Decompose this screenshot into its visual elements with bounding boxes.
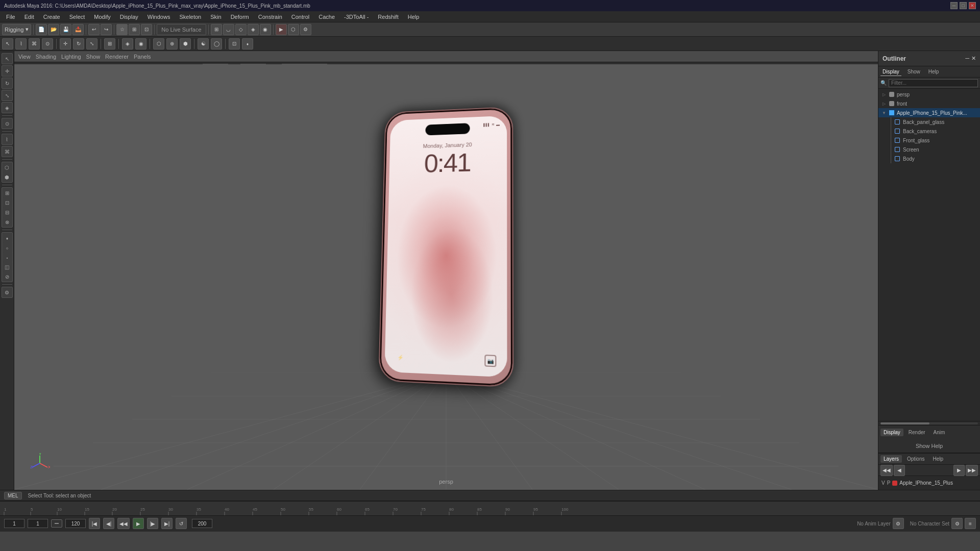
transform-tool-button[interactable]: ⊞ [104,38,115,49]
move-tool-button[interactable]: ✛ [60,38,71,49]
live-surface-button[interactable]: No Live Surface [157,24,206,35]
timeline-checkbox[interactable] [51,519,62,528]
show-manip-lt-button[interactable]: ◈ [2,102,13,113]
move-lt-button[interactable]: ✛ [2,65,13,77]
tree-item-persp[interactable]: ▷ persp [878,90,980,99]
layer-nav-next-button[interactable]: ▶ [953,465,965,476]
vp-menu-view[interactable]: View [16,54,33,60]
menu-file[interactable]: File [2,13,19,21]
select-tool-button[interactable]: ↖ [2,38,13,49]
vp-menu-renderer[interactable]: Renderer [103,54,131,60]
timeline-start-input[interactable] [4,519,24,528]
tree-item-front[interactable]: ▷ front [878,99,980,108]
mel-language-button[interactable]: MEL [4,492,22,499]
rotate-lt-button[interactable]: ↻ [2,78,13,89]
loop-button[interactable]: ↺ [176,518,187,529]
menu-constrain[interactable]: Constrain [254,13,286,21]
menu-skin[interactable]: Skin [206,13,225,21]
char-set-settings-button[interactable]: ⚙ [951,518,963,529]
ob-tab-anim[interactable]: Anim [930,429,948,436]
menu-windows[interactable]: Windows [143,13,175,21]
char-set-options-button[interactable]: ≡ [965,518,976,529]
viewport[interactable]: View Shading Lighting Show Renderer Pane… [14,51,878,490]
select-comp-button[interactable]: ⊡ [141,24,152,35]
tree-item-apple-group[interactable]: ▼ Apple_IPhone_15_Plus_Pink... [878,108,980,117]
menu-modify[interactable]: Modify [90,13,114,21]
menu-skeleton[interactable]: Skeleton [175,13,205,21]
snap-point-button[interactable]: ◇ [235,24,247,35]
cluster-button[interactable]: ⬡ [153,38,164,49]
timeline-range-end-input[interactable] [192,519,212,528]
tree-item-front-glass[interactable]: Front_glass [878,136,980,145]
close-button[interactable]: ✕ [969,2,976,9]
menu-edit[interactable]: Edit [20,13,38,21]
subtab-options[interactable]: Options [904,455,927,463]
manip-pivot-button[interactable]: ◈ [122,38,133,49]
lt-grp3-btn1[interactable]: ⬧ [3,233,12,242]
select-hier-button[interactable]: ⊞ [129,24,140,35]
jump-start-button[interactable]: |◀ [89,518,100,529]
new-file-button[interactable]: 📄 [36,24,47,35]
jump-end-button[interactable]: ▶| [161,518,173,529]
lt-grp3-btn2[interactable]: ⬦ [3,243,12,252]
save-file-button[interactable]: 💾 [60,24,71,35]
snap-curve-button[interactable]: ◡ [223,24,234,35]
lasso-tool-button[interactable]: ⌇ [15,38,27,49]
tree-item-back-cameras[interactable]: Back_cameras [878,127,980,136]
anim-layer-settings-button[interactable]: ⚙ [893,518,904,529]
outliner-close-button[interactable]: ✕ [971,55,976,62]
lt-grp3-btn4[interactable]: ◫ [3,262,12,271]
scale-lt-button[interactable]: ⤡ [2,90,13,101]
menu-display[interactable]: Display [116,13,142,21]
step-back-button[interactable]: ◀| [103,518,114,529]
snap-surface-button[interactable]: ◉ [260,24,271,35]
outliner-hscroll[interactable] [878,421,980,425]
outliner-search-input[interactable] [889,79,978,87]
tree-item-screen[interactable]: Screen [878,145,980,154]
outliner-tab-display[interactable]: Display [880,68,901,76]
vp-menu-show[interactable]: Show [84,54,103,60]
open-file-button[interactable]: 📂 [48,24,59,35]
lt-grp2-btn2[interactable]: ⊡ [3,198,12,207]
ipr-button[interactable]: ⬡ [288,24,299,35]
menu-cache[interactable]: Cache [314,13,339,21]
undo-button[interactable]: ↩ [88,24,100,35]
step-forward-button[interactable]: |▶ [147,518,158,529]
paint-lt-button[interactable]: ⌘ [2,146,13,157]
menu-control[interactable]: Control [287,13,313,21]
tree-item-back-panel[interactable]: Back_panel_glass [878,117,980,127]
play-forward-button[interactable]: ▶ [133,518,144,529]
tree-item-body[interactable]: Body [878,154,980,163]
menu-3dtool[interactable]: -3DToAll - [340,13,373,21]
ob-tab-display[interactable]: Display [880,429,903,436]
soft-mod-button[interactable]: ◉ [135,38,146,49]
rotate-tool-button[interactable]: ↻ [73,38,84,49]
timeline-end-input[interactable] [65,519,86,528]
menu-redshift[interactable]: Redshift [374,13,402,21]
soft-sel-lt-button[interactable]: ⊙ [2,118,13,129]
ik-handle-button[interactable]: ⬢ [180,38,191,49]
outliner-minimize-button[interactable]: ─ [965,55,969,62]
lt-grp2-btn1[interactable]: ⊞ [3,188,12,197]
lt-group-btn2[interactable]: ⬢ [3,172,12,182]
menu-help[interactable]: Help [404,13,424,21]
expand-persp[interactable]: ▷ [881,92,887,97]
expand-front[interactable]: ▷ [881,101,887,106]
save-as-button[interactable]: 📥 [72,24,84,35]
menu-deform[interactable]: Deform [227,13,253,21]
vp-menu-panels[interactable]: Panels [132,54,153,60]
expand-apple-group[interactable]: ▼ [881,110,887,115]
subtab-help[interactable]: Help [929,455,946,463]
sculpt-tool-button[interactable]: ⬧ [242,38,253,49]
no-manipulator-button[interactable]: ◯ [211,38,222,49]
lt-group-btn1[interactable]: ⬡ [3,163,12,172]
lt-grp3-btn3[interactable]: ⬩ [3,253,12,262]
joint-tool-button[interactable]: ⊕ [166,38,178,49]
show-manipulator-button[interactable]: ☯ [198,38,209,49]
subtab-layers[interactable]: Layers [880,455,902,463]
select-lt-button[interactable]: ↖ [2,53,13,64]
layer-nav-first-button[interactable]: ◀◀ [880,465,893,476]
rigging-dropdown[interactable]: Rigging ▾ [2,24,31,35]
select-by-obj-button[interactable]: ☆ [116,24,128,35]
lt-grp2-btn3[interactable]: ⊟ [3,208,12,217]
